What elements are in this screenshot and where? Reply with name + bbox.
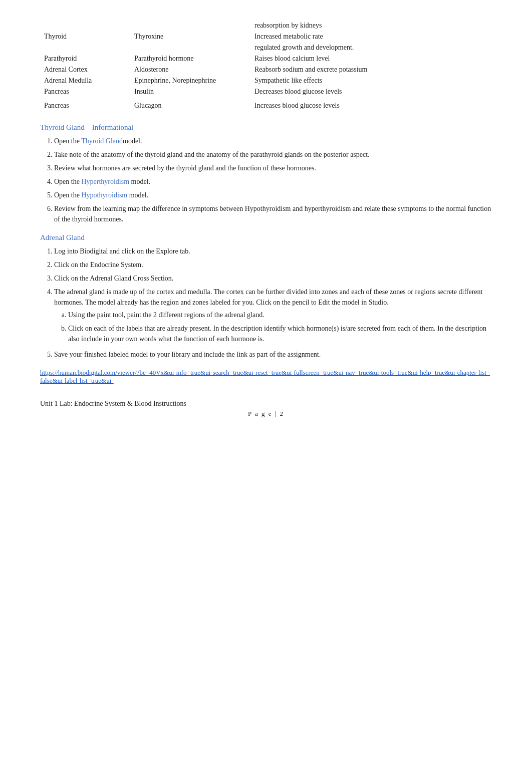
list-item: Log into Biodigital and click on the Exp… xyxy=(54,246,492,256)
footer-unit-text: Unit 1 Lab: Endocrine System & Blood Ins… xyxy=(40,400,186,407)
table-row: PancreasInsulinDecreases blood glucose l… xyxy=(40,86,492,97)
hormone-cell xyxy=(130,20,250,31)
list-item: Click on the Endocrine System. xyxy=(54,259,492,270)
table-row: PancreasGlucagonIncreases blood glucose … xyxy=(40,100,492,111)
thyroid-section: Thyroid Gland – Informational Open the T… xyxy=(40,123,492,224)
gland-cell: Pancreas xyxy=(40,86,130,97)
list-item: Open the Hyperthyroidism model. xyxy=(54,176,492,187)
table-row: reabsorption by kidneys xyxy=(40,20,492,31)
list-item: Review from the learning map the differe… xyxy=(54,203,492,224)
function-cell: Decreases blood glucose levels xyxy=(250,86,492,97)
list-item: Review what hormones are secreted by the… xyxy=(54,163,492,173)
hormone-cell: Thyroxine xyxy=(130,31,250,42)
adrenal-heading-text: Adrenal Gland xyxy=(40,233,85,241)
hormone-cell: Insulin xyxy=(130,86,250,97)
function-cell: Increased metabolic rate xyxy=(250,31,492,42)
function-cell: Sympathetic like effects xyxy=(250,75,492,86)
list-item: The adrenal gland is made up of the cort… xyxy=(54,287,492,344)
inline-link[interactable]: Hypothyroidism xyxy=(81,191,127,199)
thyroid-heading-text: Thyroid Gland – Informational xyxy=(40,123,133,131)
inline-link[interactable]: Thyroid Gland xyxy=(81,137,123,145)
table-row: ThyroidThyroxineIncreased metabolic rate xyxy=(40,31,492,42)
hormone-table: reabsorption by kidneysThyroidThyroxineI… xyxy=(40,20,492,111)
function-cell: Reabsorb sodium and excrete potassium xyxy=(250,64,492,75)
list-item: Click on each of the labels that are alr… xyxy=(68,323,492,344)
hormone-cell: Parathyroid hormone xyxy=(130,53,250,64)
table-row: regulated growth and development. xyxy=(40,42,492,53)
gland-cell: Parathyroid xyxy=(40,53,130,64)
function-cell: reabsorption by kidneys xyxy=(250,20,492,31)
list-item: Using the paint tool, paint the 2 differ… xyxy=(68,310,492,320)
list-item: Click on the Adrenal Gland Cross Section… xyxy=(54,273,492,284)
list-item: Open the Thyroid Glandmodel. xyxy=(54,136,492,146)
adrenal-section: Adrenal Gland Log into Biodigital and cl… xyxy=(40,233,492,360)
gland-cell: Adrenal Medulla xyxy=(40,75,130,86)
hormone-cell: Epinephrine, Norepinephrine xyxy=(130,75,250,86)
function-cell: Raises blood calcium level xyxy=(250,53,492,64)
hormone-cell: Glucagon xyxy=(130,100,250,111)
table-row: Adrenal CortexAldosteroneReabsorb sodium… xyxy=(40,64,492,75)
gland-cell: Adrenal Cortex xyxy=(40,64,130,75)
hormone-cell xyxy=(130,42,250,53)
table-row: ParathyroidParathyroid hormoneRaises blo… xyxy=(40,53,492,64)
list-item: Open the Hypothyroidism model. xyxy=(54,190,492,200)
biodigital-url-link[interactable]: https://human.biodigital.com/viewer/?be=… xyxy=(40,369,492,385)
function-cell: Increases blood glucose levels xyxy=(250,100,492,111)
gland-cell xyxy=(40,42,130,53)
sub-list: Using the paint tool, paint the 2 differ… xyxy=(68,310,492,344)
adrenal-list: Log into Biodigital and click on the Exp… xyxy=(54,246,492,360)
hormone-cell: Aldosterone xyxy=(130,64,250,75)
gland-cell: Thyroid xyxy=(40,31,130,42)
function-cell: regulated growth and development. xyxy=(250,42,492,53)
gland-cell: Pancreas xyxy=(40,100,130,111)
hormone-table-section: reabsorption by kidneysThyroidThyroxineI… xyxy=(40,20,492,111)
thyroid-list: Open the Thyroid Glandmodel.Take note of… xyxy=(54,136,492,224)
list-item: Save your finished labeled model to your… xyxy=(54,349,492,360)
footer-page-number: P a g e | 2 xyxy=(40,410,492,418)
footer-page-text: P a g e | 2 xyxy=(248,410,284,417)
table-row: Adrenal MedullaEpinephrine, Norepinephri… xyxy=(40,75,492,86)
footer-unit-label: Unit 1 Lab: Endocrine System & Blood Ins… xyxy=(40,400,492,408)
gland-cell xyxy=(40,20,130,31)
thyroid-section-heading: Thyroid Gland – Informational xyxy=(40,123,492,132)
adrenal-section-heading: Adrenal Gland xyxy=(40,233,492,242)
list-item: Take note of the anatomy of the thyroid … xyxy=(54,149,492,160)
inline-link[interactable]: Hyperthyroidism xyxy=(81,178,129,185)
